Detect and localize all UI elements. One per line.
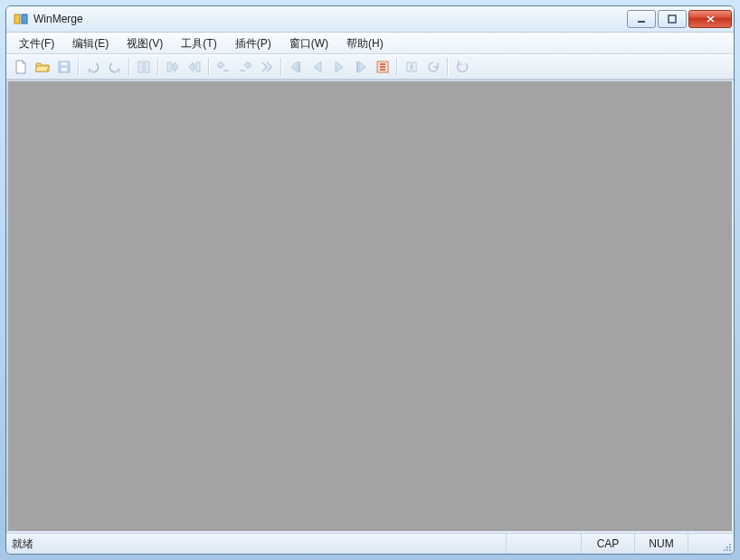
statusbar: 就绪 CAP NUM <box>6 533 734 554</box>
current-diff-icon <box>375 60 390 74</box>
window-title: WinMerge <box>33 13 627 25</box>
toolbar-separator <box>128 58 130 76</box>
toolbar-save-button[interactable] <box>53 56 75 78</box>
status-num: NUM <box>635 534 688 554</box>
toolbar-new-button[interactable] <box>10 56 32 78</box>
menu-edit[interactable]: 编辑(E) <box>63 33 118 53</box>
svg-point-16 <box>729 546 731 548</box>
svg-rect-11 <box>299 62 300 72</box>
svg-point-17 <box>724 549 726 551</box>
app-icon <box>14 12 28 26</box>
minimize-button[interactable] <box>627 10 656 28</box>
last-diff-icon <box>354 60 368 74</box>
window-titlebar[interactable]: WinMerge <box>6 6 734 33</box>
copy-left-advance-icon <box>238 60 252 74</box>
menu-plugins[interactable]: 插件(P) <box>226 33 280 53</box>
menu-view[interactable]: 视图(V) <box>118 33 172 53</box>
toolbar-last-diff-button[interactable] <box>350 56 372 78</box>
status-pane-1 <box>507 534 582 554</box>
toolbar-undo-button[interactable] <box>82 56 104 78</box>
toolbar-diff-pane-button[interactable] <box>133 56 155 78</box>
toolbar-copy-left-button[interactable] <box>184 56 205 78</box>
svg-rect-6 <box>62 62 67 65</box>
all-right-icon <box>260 60 274 74</box>
copy-right-icon <box>166 60 180 74</box>
toolbar-separator <box>280 58 282 76</box>
close-button[interactable] <box>688 10 732 28</box>
toolbar-refresh-selected-button[interactable] <box>422 56 444 78</box>
toolbar-all-right-button[interactable] <box>256 56 278 78</box>
toolbar-separator <box>208 58 210 76</box>
menu-file[interactable]: 文件(F) <box>10 33 63 53</box>
open-folder-icon <box>35 60 50 74</box>
window-controls <box>627 10 732 28</box>
toolbar-separator <box>157 58 159 76</box>
toolbar-merge-mode-button[interactable] <box>401 56 422 78</box>
save-icon <box>57 60 71 74</box>
toolbar-refresh-button[interactable] <box>451 56 473 78</box>
svg-rect-12 <box>356 62 358 72</box>
menu-help[interactable]: 帮助(H) <box>337 33 393 53</box>
svg-rect-1 <box>22 14 27 24</box>
svg-point-14 <box>729 549 731 551</box>
toolbar-current-diff-button[interactable] <box>372 56 394 78</box>
toolbar-copy-left-advance-button[interactable] <box>234 56 256 78</box>
svg-point-18 <box>726 546 728 548</box>
svg-point-19 <box>729 544 731 546</box>
toolbar-redo-button[interactable] <box>104 56 126 78</box>
svg-point-15 <box>726 549 728 551</box>
first-diff-icon <box>289 60 303 74</box>
status-pane-scrl <box>688 534 717 554</box>
copy-right-advance-icon <box>216 60 231 74</box>
toolbar-copy-right-advance-button[interactable] <box>213 56 234 78</box>
toolbar-separator <box>447 58 449 76</box>
menu-window[interactable]: 窗口(W) <box>280 33 337 53</box>
svg-rect-8 <box>145 62 149 72</box>
toolbar-first-diff-button[interactable] <box>285 56 307 78</box>
menubar: 文件(F) 编辑(E) 视图(V) 工具(T) 插件(P) 窗口(W) 帮助(H… <box>6 33 734 54</box>
redo-icon <box>108 60 122 74</box>
new-file-icon <box>14 60 28 74</box>
toolbar-separator <box>78 58 80 76</box>
toolbar-open-button[interactable] <box>32 56 53 78</box>
svg-rect-10 <box>196 62 200 71</box>
svg-rect-0 <box>14 14 20 24</box>
diff-pane-icon <box>137 60 151 74</box>
copy-left-icon <box>187 60 202 74</box>
toolbar-copy-right-button[interactable] <box>162 56 184 78</box>
prev-diff-icon <box>310 60 325 74</box>
resize-grip[interactable] <box>717 534 734 554</box>
status-cap: CAP <box>582 534 635 554</box>
merge-mode-icon <box>404 60 419 74</box>
status-ready: 就绪 <box>6 534 507 554</box>
svg-rect-5 <box>62 68 67 71</box>
menu-tools[interactable]: 工具(T) <box>172 33 225 53</box>
toolbar-prev-diff-button[interactable] <box>307 56 328 78</box>
refresh-selected-icon <box>426 60 441 74</box>
toolbar-separator <box>396 58 398 76</box>
next-diff-icon <box>332 60 346 74</box>
toolbar <box>6 54 734 80</box>
svg-rect-7 <box>138 62 143 72</box>
svg-rect-2 <box>638 21 645 23</box>
svg-rect-3 <box>669 15 676 23</box>
undo-icon <box>86 60 100 74</box>
desktop-background: WinMerge 文件(F) 编辑(E) 视图(V) 工具(T) 插件(P) 窗… <box>0 0 740 560</box>
toolbar-next-diff-button[interactable] <box>328 56 350 78</box>
svg-rect-9 <box>167 62 171 71</box>
app-window: WinMerge 文件(F) 编辑(E) 视图(V) 工具(T) 插件(P) 窗… <box>5 5 735 555</box>
mdi-client-area <box>6 80 734 533</box>
refresh-icon <box>455 60 470 74</box>
maximize-button[interactable] <box>658 10 687 28</box>
